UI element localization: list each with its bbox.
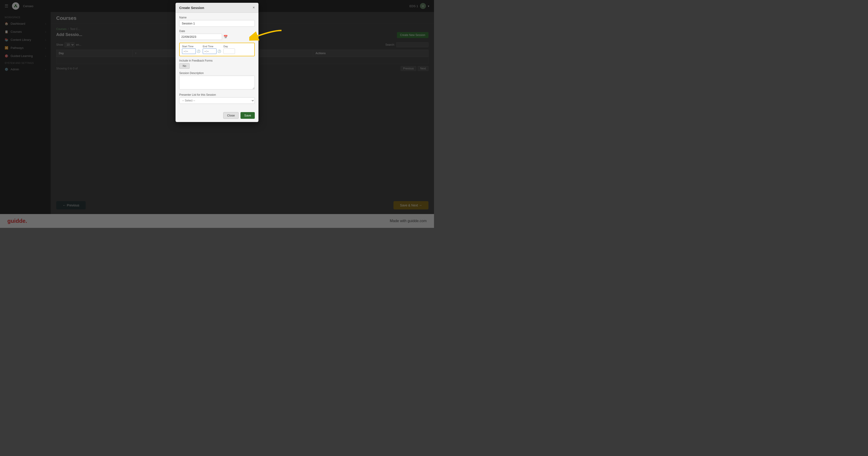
end-time-wrap: 🕐: [203, 49, 221, 54]
date-input-wrap: 📅: [179, 34, 255, 40]
start-time-clock-icon: 🕐: [197, 50, 200, 53]
modal-close-btn[interactable]: Close: [223, 112, 239, 119]
session-desc-textarea[interactable]: [179, 76, 255, 89]
modal-title: Create Session: [179, 6, 204, 10]
modal-save-btn[interactable]: Save: [241, 112, 255, 119]
modal-footer: Close Save: [176, 110, 258, 122]
presenter-group: Presenter List for this Session -- Selec…: [179, 93, 255, 104]
start-time-input[interactable]: [182, 49, 196, 54]
time-row: Start Time 🕐 End Time 🕐: [179, 43, 255, 56]
modal-overlay: Create Session × Name Date 📅: [0, 0, 434, 228]
calendar-icon[interactable]: 📅: [223, 35, 228, 39]
session-desc-label: Session Description: [179, 72, 255, 75]
end-time-label: End Time: [203, 45, 221, 48]
start-time-label: Start Time: [182, 45, 200, 48]
modal-container: Create Session × Name Date 📅: [176, 3, 258, 122]
date-label: Date: [179, 30, 255, 33]
start-time-group: Start Time 🕐: [182, 45, 200, 54]
modal-close-button[interactable]: ×: [253, 5, 255, 10]
start-time-wrap: 🕐: [182, 49, 200, 54]
presenter-label: Presenter List for this Session: [179, 93, 255, 96]
presenter-select[interactable]: -- Select --: [179, 97, 255, 104]
feedback-no-button[interactable]: No: [179, 63, 190, 69]
end-time-input[interactable]: [203, 49, 217, 54]
date-field-group: Date 📅: [179, 30, 255, 40]
day-input[interactable]: [223, 49, 235, 54]
name-field-group: Name: [179, 16, 255, 27]
session-desc-group: Session Description: [179, 72, 255, 90]
end-time-group: End Time 🕐: [203, 45, 221, 54]
name-input[interactable]: [179, 20, 255, 27]
date-input[interactable]: [179, 34, 222, 40]
feedback-label: Include in Feedback Forms: [179, 59, 255, 62]
feedback-section: Include in Feedback Forms No: [179, 59, 255, 69]
day-group: Day: [223, 45, 235, 54]
create-session-modal: Create Session × Name Date 📅: [176, 3, 258, 122]
modal-body: Name Date 📅 Start Time: [176, 13, 258, 110]
end-time-clock-icon: 🕐: [217, 50, 221, 53]
modal-header: Create Session ×: [176, 3, 258, 13]
name-label: Name: [179, 16, 255, 19]
day-label: Day: [223, 45, 235, 48]
